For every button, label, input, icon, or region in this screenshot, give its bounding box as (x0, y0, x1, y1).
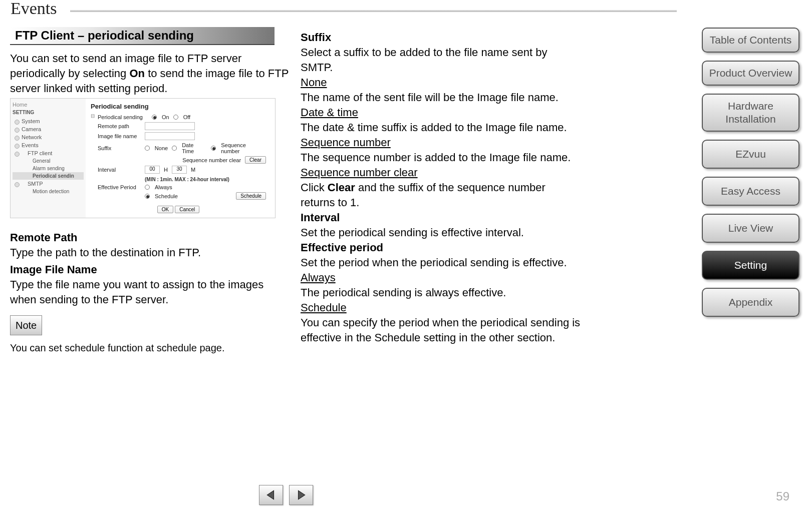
row-image-file-name-label: Image file name (91, 133, 141, 139)
note-badge: Note (10, 315, 42, 335)
suffix-heading: Suffix (301, 30, 581, 45)
row-interval-label: Interval (91, 167, 141, 173)
seqc-before: Click (301, 181, 328, 194)
opt-always: Always (155, 184, 172, 190)
nav-hardware-installation[interactable]: Hardware Installation (702, 94, 799, 132)
radio-always[interactable] (145, 185, 150, 190)
sidebar-alarm-sending[interactable]: Alarm sending (13, 165, 84, 172)
seq-clear-label: Sequence number clear (182, 157, 241, 163)
settings-inset: Home SETTING System Camera Network Event… (10, 98, 276, 218)
sidebar-network[interactable]: Network (13, 133, 84, 141)
nav-setting[interactable]: Setting (702, 251, 799, 280)
sidebar-events[interactable]: Events (13, 141, 84, 149)
row-periodical-sending-label: Periodical sending (98, 114, 148, 120)
nav-live-view[interactable]: Live View (702, 214, 799, 243)
settings-sidebar: Home SETTING System Camera Network Event… (11, 99, 86, 218)
nav-appendix[interactable]: Appendix (702, 288, 799, 317)
opt-schedule: Schedule (155, 193, 178, 199)
prev-page-button[interactable] (259, 485, 283, 505)
opt-sequence: Sequence number (221, 142, 266, 154)
suffix-body: Select a suffix to be added to the file … (301, 45, 581, 75)
effective-period-body: Set the period when the periodical sendi… (301, 255, 581, 270)
nav-table-of-contents[interactable]: Table of Contents (702, 28, 799, 53)
schedule-body: You can specify the period when the peri… (301, 315, 581, 345)
sidebar-motion-detection[interactable]: Motion detection (13, 188, 84, 195)
content-title: Periodical sending (91, 103, 266, 110)
right-column: Suffix Select a suffix to be added to th… (301, 30, 581, 345)
page-title: Events (11, 0, 61, 18)
sidebar-system[interactable]: System (13, 117, 84, 125)
left-lower-content: Remote Path Type the path to the destina… (10, 228, 291, 355)
effective-period-heading: Effective period (301, 240, 581, 255)
intro-bold: On (129, 67, 145, 80)
remote-path-body: Type the path to the destination in FTP. (10, 245, 291, 260)
clear-button[interactable]: Clear (245, 156, 266, 164)
arrow-left-icon (265, 489, 277, 500)
sequence-number-body: The sequence number is added to the Imag… (301, 150, 581, 165)
arrow-right-icon (296, 489, 307, 500)
intro-text: You can set to send an image file to FTP… (10, 51, 291, 96)
cancel-button[interactable]: Cancel (175, 206, 199, 213)
sidebar-ftp-client[interactable]: FTP client (13, 149, 84, 157)
note-body: You can set schedule function at schedul… (10, 340, 291, 355)
row-effective-label: Effective Period (91, 184, 141, 190)
interval-minutes-label: M (191, 167, 195, 173)
date-time-body: The date & time suffix is added to the I… (301, 120, 581, 135)
nav-ezvuu[interactable]: EZvuu (702, 140, 799, 169)
date-time-heading: Date & time (301, 105, 358, 120)
svg-marker-0 (267, 490, 274, 499)
setting-label: SETTING (13, 110, 84, 115)
sequence-number-heading: Sequence number (301, 135, 391, 150)
nav-product-overview[interactable]: Product Overview (702, 61, 799, 86)
row-remote-path-label: Remote path (91, 123, 141, 129)
page-number: 59 (776, 489, 789, 503)
sequence-number-clear-heading: Sequence number clear (301, 165, 418, 180)
opt-off: Off (183, 114, 190, 120)
pager-nav (259, 485, 313, 505)
none-heading: None (301, 75, 327, 90)
sidebar-camera[interactable]: Camera (13, 125, 84, 133)
remote-path-input[interactable] (145, 122, 195, 130)
radio-suffix-datetime[interactable] (172, 146, 177, 151)
always-body: The periodical sending is always effecti… (301, 285, 581, 300)
radio-schedule[interactable] (145, 194, 150, 199)
opt-datetime: Date Time (182, 142, 207, 154)
sidebar-smtp[interactable]: SMTP (13, 180, 84, 188)
image-file-name-heading: Image File Name (10, 262, 291, 277)
radio-suffix-none[interactable] (145, 146, 150, 151)
interval-body: Set the periodical sending is effective … (301, 225, 581, 240)
home-link[interactable]: Home (13, 102, 84, 108)
row-suffix-label: Suffix (91, 145, 141, 151)
svg-marker-1 (299, 490, 305, 499)
next-page-button[interactable] (289, 485, 313, 505)
always-heading: Always (301, 270, 336, 285)
sidebar-general[interactable]: General (13, 157, 84, 165)
image-file-name-input[interactable] (145, 132, 195, 140)
seqc-bold: Clear (328, 181, 355, 194)
remote-path-heading: Remote Path (10, 230, 291, 245)
interval-heading: Interval (301, 210, 581, 225)
radio-suffix-sequence[interactable] (211, 146, 216, 151)
interval-hours-label: H (164, 167, 168, 173)
image-file-name-body: Type the file name you want to assign to… (10, 277, 291, 307)
interval-hours-input[interactable]: 00 (145, 166, 160, 174)
none-body: The name of the sent file will be the Im… (301, 90, 581, 105)
sequence-number-clear-body: Click Clear and the suffix of the sequen… (301, 180, 581, 210)
opt-on: On (162, 114, 169, 120)
interval-minutes-input[interactable]: 30 (172, 166, 187, 174)
schedule-button[interactable]: Schedule (236, 192, 266, 200)
sidebar-periodical-sending[interactable]: Periodical sendin (13, 172, 84, 180)
ok-button[interactable]: OK (157, 206, 173, 213)
section-header: FTP Client – periodical sending (10, 27, 275, 45)
radio-on[interactable] (152, 115, 157, 120)
interval-note: (MIN : 1min. MAX : 24-hour interval) (145, 177, 229, 182)
settings-content: Periodical sending Periodical sending On… (86, 99, 271, 217)
schedule-heading: Schedule (301, 300, 347, 315)
nav-easy-access[interactable]: Easy Access (702, 177, 799, 206)
opt-none: None (155, 145, 168, 151)
radio-off[interactable] (173, 115, 178, 120)
title-rule (70, 10, 677, 12)
chapter-nav: Table of Contents Product Overview Hardw… (702, 28, 799, 325)
